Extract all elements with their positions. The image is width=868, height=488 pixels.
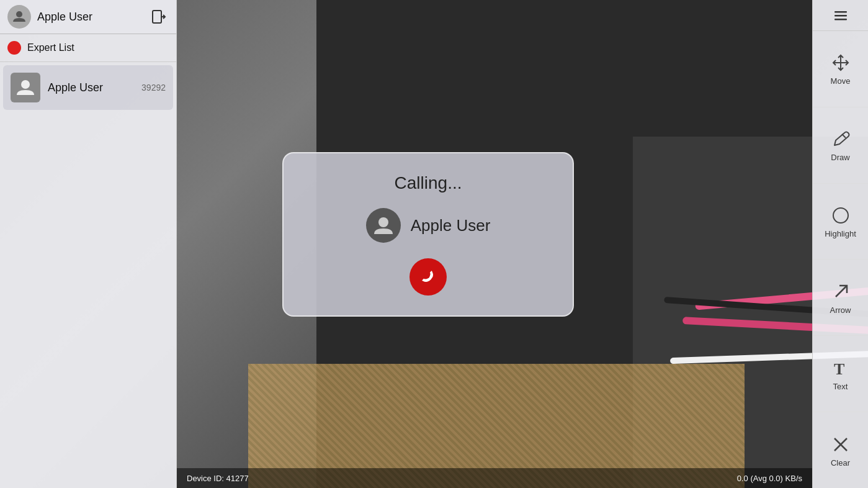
svg-rect-4 (834, 11, 847, 13)
svg-line-7 (842, 134, 846, 138)
draw-tool[interactable]: Draw (813, 107, 868, 184)
user-info: Apple User (48, 81, 141, 94)
clear-label: Clear (831, 458, 850, 468)
svg-line-9 (836, 286, 847, 297)
svg-point-3 (378, 217, 388, 227)
move-label: Move (831, 76, 851, 86)
calling-dialog: Calling... Apple User (282, 152, 574, 317)
menu-button[interactable] (813, 0, 868, 31)
svg-text:T: T (834, 360, 844, 378)
svg-rect-6 (834, 19, 847, 20)
user-id: 39292 (141, 83, 166, 93)
text-icon: T (830, 357, 852, 379)
header-title: Apple User (37, 11, 149, 24)
text-label: Text (833, 382, 848, 391)
move-tool[interactable]: Move (813, 31, 868, 107)
user-avatar (11, 73, 40, 102)
arrow-icon (830, 281, 852, 303)
header-avatar (7, 5, 31, 29)
arrow-tool[interactable]: Arrow (813, 260, 868, 336)
calling-avatar (366, 208, 401, 243)
expert-list-label: Expert List (27, 42, 74, 53)
toolbar: Move Draw Highlight Arrow (812, 0, 868, 488)
speed-indicator: 0.0 (Avg 0.0) KB/s (737, 474, 802, 483)
svg-rect-1 (153, 11, 161, 23)
svg-point-0 (16, 11, 22, 17)
highlight-label: Highlight (825, 229, 856, 238)
sidebar-header: Apple User (0, 0, 176, 34)
svg-point-8 (833, 208, 848, 223)
status-bar: Device ID: 41277 0.0 (Avg 0.0) KB/s (177, 468, 812, 488)
calling-user-row: Apple User (366, 208, 491, 243)
draw-label: Draw (831, 153, 849, 162)
text-tool[interactable]: T Text (813, 336, 868, 412)
highlight-tool[interactable]: Highlight (813, 184, 868, 260)
move-icon (830, 52, 852, 74)
device-id: Device ID: 41277 (187, 474, 249, 483)
highlight-icon (830, 204, 852, 227)
calling-username: Apple User (411, 216, 491, 235)
calling-status: Calling... (395, 173, 462, 193)
expert-list-bar: Expert List (0, 34, 176, 62)
sidebar: Apple User Expert List Apple User 39292 (0, 0, 177, 488)
arrow-label: Arrow (830, 305, 851, 315)
svg-rect-5 (834, 15, 847, 17)
svg-point-2 (21, 80, 30, 89)
clear-icon (830, 433, 852, 456)
draw-icon (830, 128, 852, 150)
user-name: Apple User (48, 81, 141, 94)
user-list-item[interactable]: Apple User 39292 (3, 65, 173, 110)
end-call-button[interactable] (409, 258, 447, 296)
status-dot (7, 41, 21, 55)
logout-button[interactable] (149, 7, 169, 27)
clear-tool[interactable]: Clear (813, 412, 868, 488)
